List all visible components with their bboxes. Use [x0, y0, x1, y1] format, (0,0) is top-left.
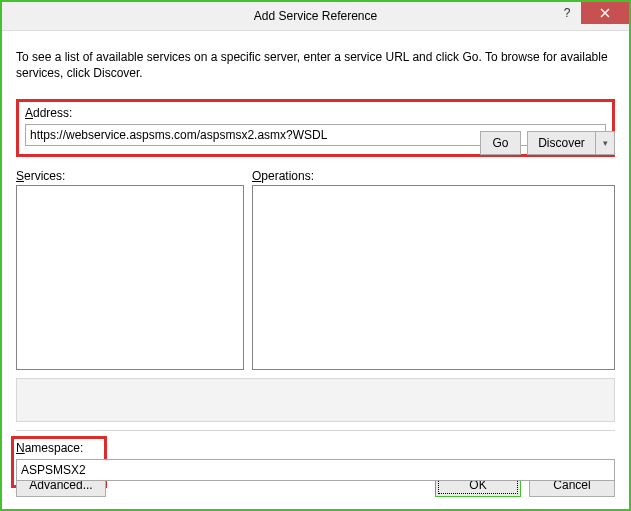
- dialog-body: To see a list of available services on a…: [2, 31, 629, 481]
- lists-area: Services: Operations:: [16, 169, 615, 370]
- namespace-input[interactable]: [16, 459, 615, 481]
- help-button[interactable]: ?: [553, 2, 581, 24]
- instruction-text: To see a list of available services on a…: [16, 49, 615, 81]
- address-label: Address:: [25, 106, 606, 120]
- window-controls: ?: [553, 2, 629, 24]
- status-panel: [16, 378, 615, 422]
- services-column: Services:: [16, 169, 244, 370]
- operations-label: Operations:: [252, 169, 615, 183]
- namespace-section: Namespace:: [16, 441, 615, 481]
- close-icon: [600, 8, 610, 18]
- discover-dropdown[interactable]: ▾: [595, 131, 615, 155]
- titlebar: Add Service Reference ?: [2, 2, 629, 31]
- discover-button[interactable]: Discover: [527, 131, 595, 155]
- operations-column: Operations:: [252, 169, 615, 370]
- dialog-window: Add Service Reference ? To see a list of…: [0, 0, 631, 511]
- namespace-label: Namespace:: [16, 441, 615, 455]
- close-button[interactable]: [581, 2, 629, 24]
- operations-listbox[interactable]: [252, 185, 615, 370]
- separator: [16, 430, 615, 431]
- services-label: Services:: [16, 169, 244, 183]
- window-title: Add Service Reference: [254, 9, 377, 23]
- services-listbox[interactable]: [16, 185, 244, 370]
- go-button[interactable]: Go: [480, 131, 521, 155]
- discover-split-button: Discover ▾: [527, 131, 615, 155]
